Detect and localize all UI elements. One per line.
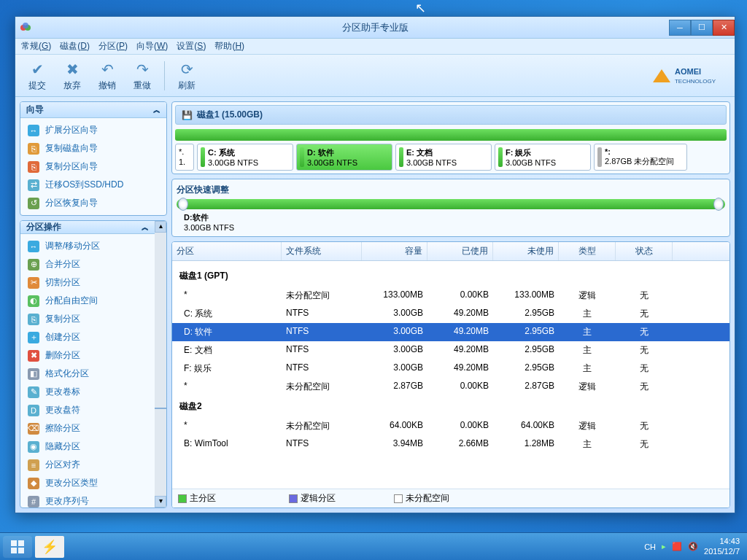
- partition-box[interactable]: E: 文档3.00GB NTFS: [395, 144, 492, 171]
- sidebar-item[interactable]: ↔调整/移动分区: [20, 237, 155, 255]
- svg-rect-6: [18, 548, 24, 553]
- sidebar-item[interactable]: #更改序列号: [20, 492, 155, 508]
- menu-item[interactable]: 磁盘(D): [60, 40, 90, 52]
- sidebar-item[interactable]: ≡分区对齐: [20, 456, 155, 474]
- tray-lang[interactable]: CH: [644, 542, 656, 551]
- legend-unallocated: 未分配空间: [406, 493, 449, 503]
- partition-box[interactable]: D: 软件3.00GB NTFS: [296, 144, 392, 171]
- sidebar-item[interactable]: ◉隐藏分区: [20, 438, 155, 456]
- minimize-button[interactable]: ─: [669, 20, 691, 36]
- sidebar-item[interactable]: ↺分区恢复向导: [20, 194, 166, 212]
- partition-box[interactable]: C: 系统3.00GB NTFS: [197, 144, 293, 171]
- column-header[interactable]: 未使用: [493, 242, 559, 260]
- scroll-up-button[interactable]: ▴: [155, 221, 166, 233]
- menu-item[interactable]: 帮助(H): [214, 40, 244, 52]
- svg-point-2: [23, 23, 28, 28]
- table-row[interactable]: F: 娱乐NTFS3.00GB49.20MB2.95GB主无: [172, 359, 729, 378]
- disk-title[interactable]: 💾 磁盘1 (15.00GB): [175, 105, 727, 125]
- sidebar-item[interactable]: ◧格式化分区: [20, 365, 155, 383]
- sidebar-item[interactable]: ✖删除分区: [20, 346, 155, 365]
- svg-rect-4: [18, 540, 24, 546]
- tray-icon[interactable]: ▸: [662, 542, 666, 551]
- sidebar-item[interactable]: ＋创建分区: [20, 328, 155, 346]
- table-row[interactable]: *未分配空间133.00MB0.00KB133.00MB逻辑无: [172, 287, 729, 305]
- toolbar-放弃[interactable]: ✖放弃: [55, 56, 90, 95]
- sidebar-icon: ⎘: [28, 314, 39, 325]
- toolbar: ✔提交✖放弃↶撤销↷重做⟳刷新AOMEITECHNOLOGY: [15, 55, 735, 97]
- ops-title: 分区操作: [26, 221, 61, 233]
- sidebar-item[interactable]: ⎘复制分区向导: [20, 158, 166, 176]
- sidebar-icon: ↔: [28, 241, 39, 252]
- tool-icon: ↷: [132, 59, 152, 79]
- sidebar-item[interactable]: ⎘复制分区: [20, 310, 155, 328]
- slider-handle-left[interactable]: [178, 198, 188, 211]
- scroll-thumb[interactable]: [155, 408, 166, 409]
- table-row[interactable]: E: 文档NTFS3.00GB49.20MB2.95GB主无: [172, 341, 729, 359]
- menu-item[interactable]: 设置(S): [177, 40, 206, 52]
- taskbar-app[interactable]: ⚡: [35, 536, 64, 558]
- chevron-up-icon: ︽: [153, 105, 160, 115]
- menu-item[interactable]: 向导(W): [136, 40, 168, 52]
- sidebar-item[interactable]: D更改盘符: [20, 401, 155, 419]
- ops-header[interactable]: 分区操作 ︽: [20, 221, 155, 234]
- sidebar-item[interactable]: ↔扩展分区向导: [20, 121, 166, 139]
- sidebar-item[interactable]: ⇄迁移OS到SSD/HDD: [20, 176, 166, 194]
- toolbar-重做[interactable]: ↷重做: [125, 56, 160, 95]
- tool-icon: ↶: [97, 59, 117, 79]
- sidebar-item[interactable]: ◆更改分区类型: [20, 474, 155, 492]
- toolbar-提交[interactable]: ✔提交: [20, 56, 55, 95]
- partition-table: 分区文件系统容量已使用未使用类型状态 磁盘1 (GPT)*未分配空间133.00…: [171, 241, 730, 508]
- legend-primary: 主分区: [190, 493, 216, 503]
- titlebar[interactable]: 分区助手专业版 ─ ☐ ✕: [15, 17, 735, 39]
- column-header[interactable]: 已使用: [427, 242, 493, 260]
- table-row[interactable]: D: 软件NTFS3.00GB49.20MB2.95GB主无: [172, 323, 729, 341]
- wizard-header[interactable]: 向导 ︽: [20, 102, 166, 118]
- table-row[interactable]: C: 系统NTFS3.00GB49.20MB2.95GB主无: [172, 305, 729, 323]
- app-icon: [20, 22, 31, 34]
- scroll-down-button[interactable]: ▾: [155, 496, 166, 508]
- column-header[interactable]: 分区: [172, 242, 282, 260]
- column-header[interactable]: 容量: [362, 242, 427, 260]
- tool-icon: ⟳: [177, 59, 197, 79]
- partition-box[interactable]: *:2.87GB 未分配空间: [594, 144, 687, 171]
- table-row[interactable]: *未分配空间64.00KB0.00KB64.00KB逻辑无: [172, 417, 729, 435]
- slider-handle-right[interactable]: [713, 198, 724, 211]
- sidebar-item[interactable]: ⌫擦除分区: [20, 419, 155, 438]
- table-row[interactable]: B: WimToolNTFS3.94MB2.66MB1.28MB主无: [172, 435, 729, 454]
- adjust-partition-name: D:软件: [184, 213, 209, 222]
- sidebar-icon: ◉: [28, 441, 39, 453]
- disk-capacity-bar: [175, 129, 727, 141]
- sidebar-item[interactable]: ⊕合并分区: [20, 255, 155, 273]
- sidebar-item[interactable]: ◐分配自由空间: [20, 292, 155, 310]
- column-header[interactable]: 类型: [559, 242, 616, 260]
- table-row[interactable]: *未分配空间2.87GB0.00KB2.87GB逻辑无: [172, 378, 729, 396]
- partition-box[interactable]: F: 娱乐3.00GB NTFS: [495, 144, 591, 171]
- menubar: 常规(G)磁盘(D)分区(P)向导(W)设置(S)帮助(H): [15, 39, 735, 55]
- sidebar-icon: #: [28, 496, 39, 508]
- sidebar: 向导 ︽ ↔扩展分区向导⎘复制磁盘向导⎘复制分区向导⇄迁移OS到SSD/HDD↺…: [20, 101, 167, 508]
- close-button[interactable]: ✕: [713, 20, 735, 36]
- toolbar-撤销[interactable]: ↶撤销: [90, 56, 125, 95]
- column-header[interactable]: 文件系统: [282, 242, 362, 260]
- size-slider[interactable]: [177, 199, 725, 209]
- sidebar-item[interactable]: ⎘复制磁盘向导: [20, 139, 166, 158]
- tray-clock[interactable]: 14:43 2015/12/7: [704, 537, 740, 556]
- svg-rect-3: [11, 540, 17, 546]
- sidebar-scrollbar[interactable]: ▴ ▾: [155, 221, 166, 508]
- disk-panel: 💾 磁盘1 (15.00GB) *.1.C: 系统3.00GB NTFSD: 软…: [171, 101, 730, 174]
- maximize-button[interactable]: ☐: [691, 20, 713, 36]
- tray-icon[interactable]: 🔇: [688, 542, 698, 551]
- sidebar-item[interactable]: ✎更改卷标: [20, 383, 155, 401]
- disk-group-row[interactable]: 磁盘2: [172, 396, 729, 417]
- sidebar-icon: ≡: [28, 459, 39, 471]
- menu-item[interactable]: 常规(G): [21, 40, 51, 52]
- tray-icon[interactable]: 🟥: [672, 542, 682, 551]
- window-title: 分区助手专业版: [342, 21, 409, 34]
- column-header[interactable]: 状态: [616, 242, 673, 260]
- sidebar-icon: D: [28, 405, 39, 416]
- menu-item[interactable]: 分区(P): [98, 40, 128, 52]
- toolbar-刷新[interactable]: ⟳刷新: [169, 56, 204, 95]
- start-button[interactable]: [3, 536, 32, 558]
- disk-group-row[interactable]: 磁盘1 (GPT): [172, 265, 729, 287]
- sidebar-item[interactable]: ✂切割分区: [20, 273, 155, 292]
